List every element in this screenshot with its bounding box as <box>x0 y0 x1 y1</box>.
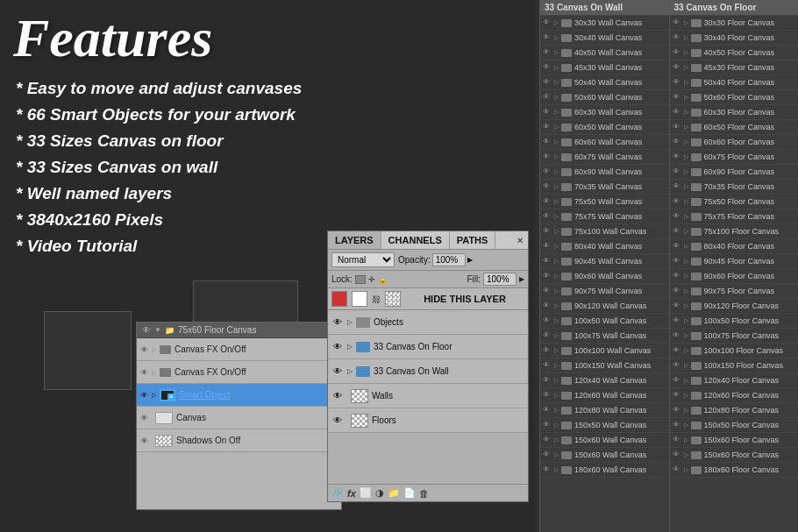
sub-row-4[interactable]: 👁 Canvas <box>137 407 341 429</box>
eye-sub-4[interactable]: 👁 <box>140 414 148 422</box>
eye-floor-14[interactable]: 👁 <box>673 227 681 236</box>
eye-wall-29[interactable]: 👁 <box>543 450 552 459</box>
wall-item-27[interactable]: 👁 ▷ 150x50 Wall Canvas <box>540 418 669 433</box>
eye-floor-0[interactable]: 👁 <box>673 18 681 27</box>
eye-sub-3[interactable]: 👁 <box>140 391 148 400</box>
folder-new-icon[interactable]: 📁 <box>388 487 400 499</box>
wall-item-1[interactable]: 👁 ▷ 30x40 Wall Canvas <box>540 31 669 46</box>
floor-item-10[interactable]: 👁 ▷ 60x90 Floor Canvas <box>670 165 799 180</box>
eye-floor-26[interactable]: 👁 <box>673 406 681 415</box>
eye-floor-19[interactable]: 👁 <box>673 301 681 310</box>
eye-floor-4[interactable]: 👁 <box>673 78 681 87</box>
fx-icon[interactable]: fx <box>347 488 356 499</box>
arrow-wall[interactable]: ▷ <box>347 367 353 375</box>
layer-row-walls[interactable]: 👁 Walls <box>328 384 528 408</box>
eye-floor-28[interactable]: 👁 <box>673 436 681 444</box>
wall-item-14[interactable]: 👁 ▷ 75x100 Wall Canvas <box>540 224 669 239</box>
eye-wall-8[interactable]: 👁 <box>543 138 552 146</box>
mask-icon[interactable]: ⬜ <box>360 487 372 499</box>
wall-item-28[interactable]: 👁 ▷ 150x60 Wall Canvas <box>540 433 669 448</box>
fill-input[interactable] <box>483 273 517 286</box>
wall-item-23[interactable]: 👁 ▷ 100x150 Wall Canvas <box>540 358 669 373</box>
wall-item-19[interactable]: 👁 ▷ 90x120 Wall Canvas <box>540 299 669 314</box>
floor-item-7[interactable]: 👁 ▷ 60x50 Floor Canvas <box>670 120 799 135</box>
wall-item-12[interactable]: 👁 ▷ 75x50 Wall Canvas <box>540 195 669 209</box>
floor-item-9[interactable]: 👁 ▷ 60x75 Floor Canvas <box>670 150 799 165</box>
eye-wall-4[interactable]: 👁 <box>543 78 552 87</box>
eye-wall-16[interactable]: 👁 <box>543 257 552 266</box>
opacity-arrow[interactable]: ▶ <box>467 256 473 264</box>
eye-floor-30[interactable]: 👁 <box>673 465 681 474</box>
eye-wall-9[interactable]: 👁 <box>543 153 552 161</box>
floor-item-0[interactable]: 👁 ▷ 30x30 Floor Canvas <box>670 16 799 31</box>
floor-item-30[interactable]: 👁 ▷ 180x60 Floor Canvas <box>670 463 799 478</box>
eye-floor-29[interactable]: 👁 <box>673 450 681 459</box>
eye-wall-23[interactable]: 👁 <box>543 361 552 370</box>
eye-floor-27[interactable]: 👁 <box>673 421 681 429</box>
wall-item-16[interactable]: 👁 ▷ 90x45 Wall Canvas <box>540 254 669 269</box>
floor-item-26[interactable]: 👁 ▷ 120x80 Floor Canvas <box>670 403 799 418</box>
floor-item-11[interactable]: 👁 ▷ 70x35 Floor Canvas <box>670 180 799 195</box>
wall-item-3[interactable]: 👁 ▷ 45x30 Wall Canvas <box>540 60 669 75</box>
tab-layers[interactable]: LAYERS <box>328 231 381 249</box>
wall-item-15[interactable]: 👁 ▷ 80x40 Wall Canvas <box>540 239 669 254</box>
eye-objects[interactable]: 👁 <box>331 316 344 329</box>
floor-item-15[interactable]: 👁 ▷ 80x40 Floor Canvas <box>670 239 799 254</box>
eye-floor-15[interactable]: 👁 <box>673 242 681 251</box>
link-layers-icon[interactable]: 🔗 <box>331 487 344 499</box>
floor-item-3[interactable]: 👁 ▷ 45x30 Floor Canvas <box>670 60 799 75</box>
eye-floor[interactable]: 👁 <box>331 341 344 353</box>
wall-item-2[interactable]: 👁 ▷ 40x50 Wall Canvas <box>540 46 669 60</box>
eye-wall-3[interactable]: 👁 <box>543 63 552 72</box>
wall-item-10[interactable]: 👁 ▷ 60x90 Wall Canvas <box>540 165 669 180</box>
eye-sub-1[interactable]: 👁 <box>140 345 148 354</box>
eye-wall-17[interactable]: 👁 <box>543 272 552 280</box>
eye-wall-20[interactable]: 👁 <box>543 316 552 325</box>
eye-wall-28[interactable]: 👁 <box>543 436 552 444</box>
eye-wall-15[interactable]: 👁 <box>543 242 552 251</box>
eye-icon-sub[interactable]: 👁 <box>142 325 151 335</box>
wall-item-17[interactable]: 👁 ▷ 90x60 Wall Canvas <box>540 269 669 284</box>
lock-icon-move[interactable]: ✛ <box>368 275 375 284</box>
eye-wall-6[interactable]: 👁 <box>543 108 552 117</box>
tab-channels[interactable]: CHANNELS <box>381 231 450 249</box>
eye-floor-22[interactable]: 👁 <box>673 346 681 355</box>
wall-item-0[interactable]: 👁 ▷ 30x30 Wall Canvas <box>540 16 669 31</box>
eye-wall[interactable]: 👁 <box>331 365 344 378</box>
floor-item-8[interactable]: 👁 ▷ 60x60 Floor Canvas <box>670 135 799 150</box>
eye-floor-2[interactable]: 👁 <box>673 48 681 57</box>
layer-row-objects[interactable]: 👁 ▷ Objects <box>328 310 528 335</box>
eye-sub-2[interactable]: 👁 <box>140 368 148 377</box>
wall-item-25[interactable]: 👁 ▷ 120x60 Wall Canvas <box>540 388 669 403</box>
wall-item-20[interactable]: 👁 ▷ 100x50 Wall Canvas <box>540 314 669 329</box>
eye-wall-13[interactable]: 👁 <box>543 212 552 221</box>
floor-item-17[interactable]: 👁 ▷ 90x60 Floor Canvas <box>670 269 799 284</box>
opacity-input[interactable] <box>432 253 466 266</box>
eye-wall-19[interactable]: 👁 <box>543 301 552 310</box>
wall-item-21[interactable]: 👁 ▷ 100x75 Wall Canvas <box>540 329 669 344</box>
wall-item-8[interactable]: 👁 ▷ 60x60 Wall Canvas <box>540 135 669 150</box>
floor-item-27[interactable]: 👁 ▷ 150x50 Floor Canvas <box>670 418 799 433</box>
eye-wall-11[interactable]: 👁 <box>543 182 552 191</box>
eye-wall-14[interactable]: 👁 <box>543 227 552 236</box>
eye-wall-2[interactable]: 👁 <box>543 48 552 57</box>
eye-floor-7[interactable]: 👁 <box>673 123 681 131</box>
eye-floor-6[interactable]: 👁 <box>673 108 681 117</box>
wall-item-26[interactable]: 👁 ▷ 120x80 Wall Canvas <box>540 403 669 418</box>
wall-item-9[interactable]: 👁 ▷ 60x75 Wall Canvas <box>540 150 669 165</box>
panel-close-button[interactable]: ✕ <box>512 234 528 247</box>
floor-item-23[interactable]: 👁 ▷ 100x150 Floor Canvas <box>670 358 799 373</box>
eye-wall-22[interactable]: 👁 <box>543 346 552 355</box>
wall-item-30[interactable]: 👁 ▷ 180x60 Wall Canvas <box>540 463 669 478</box>
eye-wall-10[interactable]: 👁 <box>543 167 552 176</box>
eye-wall-1[interactable]: 👁 <box>543 33 552 42</box>
sub-row-1[interactable]: 👁 ▷ Canvas FX On/Off <box>137 338 341 361</box>
layer-row-floor[interactable]: 👁 ▷ 33 Canvas On Floor <box>328 335 528 359</box>
layer-row-wall[interactable]: 👁 ▷ 33 Canvas On Wall <box>328 359 528 384</box>
eye-wall-27[interactable]: 👁 <box>543 421 552 429</box>
eye-floor-8[interactable]: 👁 <box>673 138 681 146</box>
eye-wall-18[interactable]: 👁 <box>543 287 552 295</box>
arrow-floor[interactable]: ▷ <box>347 343 353 351</box>
sub-row-3[interactable]: 👁 ▷ ⊞ Smart Object <box>137 384 341 407</box>
floor-item-22[interactable]: 👁 ▷ 100x100 Floor Canvas <box>670 344 799 358</box>
